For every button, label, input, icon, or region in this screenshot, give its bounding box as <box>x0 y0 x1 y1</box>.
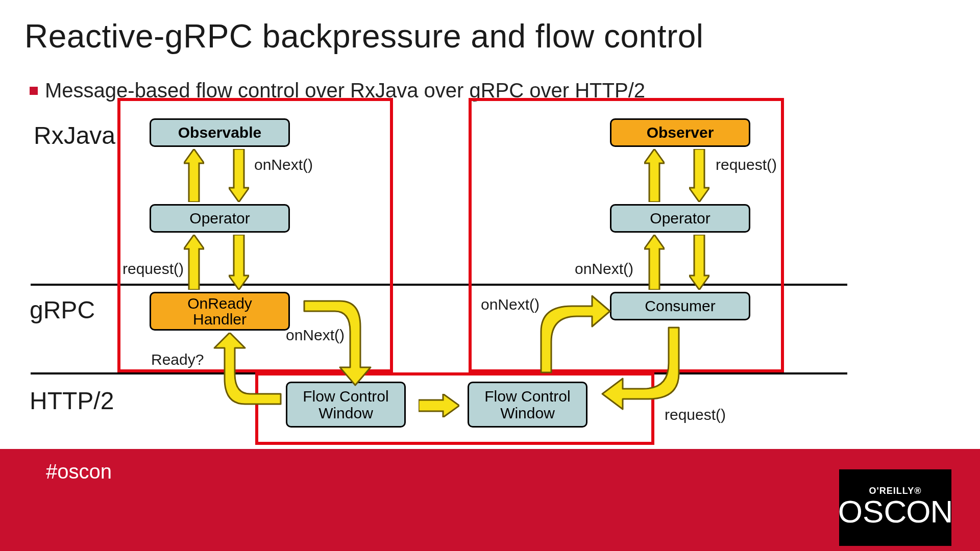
arrow-curve-down-left-icon <box>592 322 689 419</box>
label-onnext: onNext() <box>575 260 633 278</box>
label-request: request() <box>122 260 184 278</box>
arrow-down-icon <box>689 235 709 290</box>
label-request: request() <box>665 406 726 423</box>
label-request: request() <box>716 156 777 173</box>
slide-title: Reactive-gRPC backpressure and flow cont… <box>24 17 704 55</box>
svg-marker-0 <box>184 149 204 202</box>
layer-label-http2: HTTP/2 <box>30 387 114 415</box>
bullet-square-icon <box>30 87 38 95</box>
svg-marker-7 <box>689 235 709 290</box>
arrow-curve-up-left-icon <box>209 333 291 419</box>
label-onnext: onNext() <box>254 156 313 173</box>
svg-marker-6 <box>644 235 665 290</box>
layer-label-grpc: gRPC <box>30 296 95 324</box>
box-observer: Observer <box>610 118 750 147</box>
svg-marker-1 <box>229 149 249 202</box>
svg-marker-3 <box>229 235 249 290</box>
box-flow-control-window-left: Flow Control Window <box>286 382 406 428</box>
box-operator-right: Operator <box>610 204 750 233</box>
box-consumer: Consumer <box>610 292 750 320</box>
svg-marker-8 <box>419 394 459 417</box>
label-onnext: onNext() <box>481 296 540 313</box>
brand-label: OSCON <box>838 493 952 530</box>
box-onready-handler: OnReady Handler <box>150 292 290 331</box>
arrow-up-icon <box>184 235 204 290</box>
svg-marker-4 <box>644 149 665 202</box>
arrow-down-icon <box>229 149 249 202</box>
footer-bar: #oscon O'REILLY® OSCON <box>0 449 980 551</box>
layer-label-rxjava: RxJava <box>34 121 115 149</box>
box-flow-control-window-right: Flow Control Window <box>468 382 587 428</box>
arrow-down-icon <box>689 149 709 202</box>
label-ready: Ready? <box>151 351 204 368</box>
footer-hashtag: #oscon <box>46 460 112 483</box>
svg-marker-2 <box>184 235 204 290</box>
footer-logo: O'REILLY® OSCON <box>839 469 951 546</box>
arrow-up-icon <box>184 149 204 202</box>
arrow-up-icon <box>644 149 665 202</box>
arrow-up-icon <box>644 235 665 290</box>
box-observable: Observable <box>150 118 290 147</box>
box-operator-left: Operator <box>150 204 290 233</box>
arrow-down-icon <box>229 235 249 290</box>
svg-marker-5 <box>689 149 709 202</box>
arrow-right-icon <box>419 394 459 417</box>
label-onnext: onNext() <box>286 327 345 344</box>
